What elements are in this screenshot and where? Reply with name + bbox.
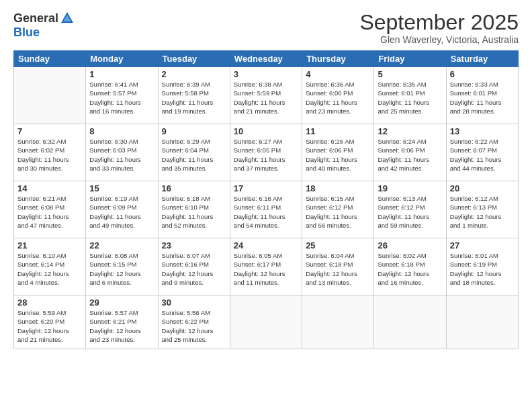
day-info: Sunrise: 6:19 AM Sunset: 6:09 PM Dayligh…: [89, 194, 154, 230]
day-info: Sunrise: 6:01 AM Sunset: 6:19 PM Dayligh…: [450, 251, 515, 287]
calendar-cell: 13Sunrise: 6:22 AM Sunset: 6:07 PM Dayli…: [446, 124, 518, 181]
day-info: Sunrise: 6:36 AM Sunset: 6:00 PM Dayligh…: [306, 80, 370, 116]
day-number: 17: [234, 183, 298, 193]
day-info: Sunrise: 6:33 AM Sunset: 6:01 PM Dayligh…: [450, 80, 515, 116]
calendar-cell: 15Sunrise: 6:19 AM Sunset: 6:09 PM Dayli…: [86, 181, 158, 238]
day-info: Sunrise: 6:29 AM Sunset: 6:04 PM Dayligh…: [162, 137, 226, 173]
calendar-cell: 3Sunrise: 6:38 AM Sunset: 5:59 PM Daylig…: [230, 67, 302, 124]
day-number: 22: [89, 240, 154, 250]
day-number: 27: [450, 240, 515, 250]
day-number: 7: [17, 126, 82, 136]
calendar-cell: 7Sunrise: 6:32 AM Sunset: 6:02 PM Daylig…: [14, 124, 86, 181]
calendar-cell: 24Sunrise: 6:05 AM Sunset: 6:17 PM Dayli…: [230, 238, 302, 295]
calendar-cell: 16Sunrise: 6:18 AM Sunset: 6:10 PM Dayli…: [158, 181, 230, 238]
day-number: 26: [378, 240, 442, 250]
calendar-cell: 10Sunrise: 6:27 AM Sunset: 6:05 PM Dayli…: [230, 124, 302, 181]
calendar-cell: 22Sunrise: 6:08 AM Sunset: 6:15 PM Dayli…: [86, 238, 158, 295]
logo-general-text: General: [13, 11, 58, 26]
calendar-header-saturday: Saturday: [446, 51, 518, 67]
calendar-cell: 14Sunrise: 6:21 AM Sunset: 6:08 PM Dayli…: [14, 181, 86, 238]
calendar-cell: 18Sunrise: 6:15 AM Sunset: 6:12 PM Dayli…: [302, 181, 374, 238]
day-number: 4: [306, 69, 370, 79]
calendar-cell: 4Sunrise: 6:36 AM Sunset: 6:00 PM Daylig…: [302, 67, 374, 124]
day-info: Sunrise: 6:35 AM Sunset: 6:01 PM Dayligh…: [378, 80, 442, 116]
calendar-cell: 23Sunrise: 6:07 AM Sunset: 6:16 PM Dayli…: [158, 238, 230, 295]
day-number: 12: [378, 126, 442, 136]
day-info: Sunrise: 6:08 AM Sunset: 6:15 PM Dayligh…: [89, 251, 154, 287]
day-number: 14: [17, 183, 82, 193]
calendar-cell: 28Sunrise: 5:59 AM Sunset: 6:20 PM Dayli…: [14, 295, 86, 349]
calendar-cell: [302, 295, 374, 349]
week-row-3: 14Sunrise: 6:21 AM Sunset: 6:08 PM Dayli…: [14, 181, 519, 238]
day-info: Sunrise: 6:41 AM Sunset: 5:57 PM Dayligh…: [89, 80, 154, 116]
calendar-cell: 20Sunrise: 6:12 AM Sunset: 6:13 PM Dayli…: [446, 181, 518, 238]
calendar-cell: 6Sunrise: 6:33 AM Sunset: 6:01 PM Daylig…: [446, 67, 518, 124]
calendar-cell: 2Sunrise: 6:39 AM Sunset: 5:58 PM Daylig…: [158, 67, 230, 124]
day-number: 30: [162, 298, 226, 308]
calendar-header-sunday: Sunday: [14, 51, 86, 67]
day-number: 1: [89, 69, 154, 79]
week-row-2: 7Sunrise: 6:32 AM Sunset: 6:02 PM Daylig…: [14, 124, 519, 181]
day-number: 9: [162, 126, 226, 136]
day-info: Sunrise: 5:56 AM Sunset: 6:22 PM Dayligh…: [162, 308, 226, 344]
calendar-cell: 11Sunrise: 6:26 AM Sunset: 6:06 PM Dayli…: [302, 124, 374, 181]
day-info: Sunrise: 6:38 AM Sunset: 5:59 PM Dayligh…: [234, 80, 298, 116]
day-info: Sunrise: 6:10 AM Sunset: 6:14 PM Dayligh…: [17, 251, 82, 287]
logo: General Blue: [13, 11, 75, 40]
calendar-cell: [14, 67, 86, 124]
day-info: Sunrise: 6:39 AM Sunset: 5:58 PM Dayligh…: [162, 80, 226, 116]
day-number: 5: [378, 69, 442, 79]
day-number: 10: [234, 126, 298, 136]
day-info: Sunrise: 6:07 AM Sunset: 6:16 PM Dayligh…: [162, 251, 226, 287]
day-info: Sunrise: 6:13 AM Sunset: 6:12 PM Dayligh…: [378, 194, 442, 230]
day-number: 3: [234, 69, 298, 79]
calendar-header-tuesday: Tuesday: [158, 51, 230, 67]
day-number: 21: [17, 240, 82, 250]
day-number: 28: [17, 298, 82, 308]
calendar-cell: 17Sunrise: 6:16 AM Sunset: 6:11 PM Dayli…: [230, 181, 302, 238]
day-info: Sunrise: 6:27 AM Sunset: 6:05 PM Dayligh…: [234, 137, 298, 173]
calendar-cell: 27Sunrise: 6:01 AM Sunset: 6:19 PM Dayli…: [446, 238, 518, 295]
calendar-cell: 12Sunrise: 6:24 AM Sunset: 6:06 PM Dayli…: [374, 124, 446, 181]
calendar-header-wednesday: Wednesday: [230, 51, 302, 67]
calendar-cell: 25Sunrise: 6:04 AM Sunset: 6:18 PM Dayli…: [302, 238, 374, 295]
logo-icon: [60, 11, 75, 26]
day-info: Sunrise: 6:30 AM Sunset: 6:03 PM Dayligh…: [89, 137, 154, 173]
day-info: Sunrise: 6:04 AM Sunset: 6:18 PM Dayligh…: [306, 251, 370, 287]
day-number: 20: [450, 183, 515, 193]
calendar-header-row: SundayMondayTuesdayWednesdayThursdayFrid…: [14, 51, 519, 67]
day-number: 29: [89, 298, 154, 308]
day-info: Sunrise: 6:02 AM Sunset: 6:18 PM Dayligh…: [378, 251, 442, 287]
week-row-1: 1Sunrise: 6:41 AM Sunset: 5:57 PM Daylig…: [14, 67, 519, 124]
calendar-cell: 5Sunrise: 6:35 AM Sunset: 6:01 PM Daylig…: [374, 67, 446, 124]
calendar-header-friday: Friday: [374, 51, 446, 67]
day-info: Sunrise: 5:59 AM Sunset: 6:20 PM Dayligh…: [17, 308, 82, 344]
title-block: September 2025 Glen Waverley, Victoria, …: [359, 11, 519, 45]
day-number: 24: [234, 240, 298, 250]
day-number: 8: [89, 126, 154, 136]
day-number: 15: [89, 183, 154, 193]
calendar: SundayMondayTuesdayWednesdayThursdayFrid…: [13, 50, 519, 349]
week-row-4: 21Sunrise: 6:10 AM Sunset: 6:14 PM Dayli…: [14, 238, 519, 295]
calendar-header-thursday: Thursday: [302, 51, 374, 67]
month-title: September 2025: [359, 11, 519, 34]
day-info: Sunrise: 6:16 AM Sunset: 6:11 PM Dayligh…: [234, 194, 298, 230]
day-info: Sunrise: 6:26 AM Sunset: 6:06 PM Dayligh…: [306, 137, 370, 173]
calendar-cell: 21Sunrise: 6:10 AM Sunset: 6:14 PM Dayli…: [14, 238, 86, 295]
page: General Blue September 2025 Glen Waverle…: [0, 0, 532, 411]
day-number: 25: [306, 240, 370, 250]
calendar-header-monday: Monday: [86, 51, 158, 67]
day-info: Sunrise: 6:32 AM Sunset: 6:02 PM Dayligh…: [17, 137, 82, 173]
calendar-cell: 30Sunrise: 5:56 AM Sunset: 6:22 PM Dayli…: [158, 295, 230, 349]
location: Glen Waverley, Victoria, Australia: [359, 34, 519, 45]
day-info: Sunrise: 5:57 AM Sunset: 6:21 PM Dayligh…: [89, 308, 154, 344]
calendar-cell: 26Sunrise: 6:02 AM Sunset: 6:18 PM Dayli…: [374, 238, 446, 295]
calendar-cell: [374, 295, 446, 349]
calendar-cell: 29Sunrise: 5:57 AM Sunset: 6:21 PM Dayli…: [86, 295, 158, 349]
day-number: 19: [378, 183, 442, 193]
day-number: 18: [306, 183, 370, 193]
day-info: Sunrise: 6:24 AM Sunset: 6:06 PM Dayligh…: [378, 137, 442, 173]
day-number: 6: [450, 69, 515, 79]
calendar-cell: [446, 295, 518, 349]
calendar-cell: 1Sunrise: 6:41 AM Sunset: 5:57 PM Daylig…: [86, 67, 158, 124]
